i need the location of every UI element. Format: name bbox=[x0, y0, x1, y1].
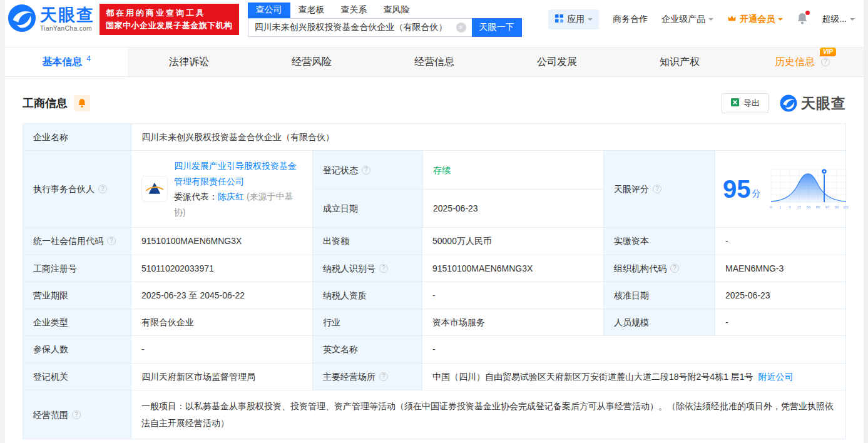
partner-value: 四川发展产业引导股权投资基金管理有限责任公司 委派代表：陈庆红 (来源于中基协) bbox=[131, 151, 312, 227]
table-row: 企业类型 有限合伙企业 行业 资本市场服务 人员规模 - bbox=[23, 308, 845, 335]
address-value: 中国（四川）自由贸易试验区天府新区万安街道麓山大道二段18号附2号4栋1 层1号… bbox=[422, 364, 845, 390]
help-icon[interactable] bbox=[379, 372, 388, 381]
chevron-down-icon bbox=[850, 18, 855, 23]
table-row: 营业期限 2025-06-23 至 2045-06-22 纳税人资质 - 核准日… bbox=[23, 282, 845, 308]
establish-date-label: 成立日期 bbox=[313, 190, 422, 227]
reg-status-value: 存续 bbox=[422, 151, 603, 189]
tab-basic-info[interactable]: 基本信息 4 bbox=[5, 48, 128, 76]
industry-label: 行业 bbox=[312, 309, 422, 335]
table-row: 统一社会信用代码 91510100MAEN6MNG3X 出资额 50000万人民… bbox=[23, 227, 845, 254]
table-row: 经营范围 一般项目：以私募基金从事股权投资、投资管理、资产管理等活动（须在中国证… bbox=[23, 390, 845, 439]
search-button[interactable]: 天眼一下 bbox=[472, 18, 522, 37]
svg-text:3: 3 bbox=[789, 205, 791, 209]
tab-basic-label: 基本信息 bbox=[42, 56, 82, 69]
company-name-value: 四川未来创兴股权投资基金合伙企业（有限合伙） bbox=[131, 124, 845, 150]
staff-size-value: - bbox=[715, 309, 845, 335]
reg-status-label: 登记状态 bbox=[313, 151, 422, 189]
clear-search-icon[interactable] bbox=[456, 23, 466, 33]
help-icon[interactable] bbox=[379, 264, 388, 273]
score-number: 95 bbox=[723, 176, 751, 201]
staff-size-label: 人员规模 bbox=[603, 309, 715, 335]
tab-operating-info[interactable]: 经营信息 bbox=[373, 48, 496, 76]
company-type-value: 有限合伙企业 bbox=[131, 309, 312, 335]
insured-count-label: 参保人数 bbox=[23, 336, 131, 362]
approval-date-value: 2025-06-23 bbox=[715, 282, 845, 308]
business-scope-value: 一般项目：以私募基金从事股权投资、投资管理、资产管理等活动（须在中国证券投资基金… bbox=[131, 390, 845, 439]
svg-text:100: 100 bbox=[842, 205, 848, 209]
help-icon[interactable] bbox=[821, 58, 830, 66]
score-unit: 分 bbox=[752, 188, 761, 200]
nav-super-vip[interactable]: 超级... bbox=[822, 14, 855, 25]
logo-domain: TianYanCha.com bbox=[40, 26, 94, 32]
search-tab-company[interactable]: 查公司 bbox=[248, 3, 290, 18]
nav-enterprise-products[interactable]: 企业级产品 bbox=[661, 14, 713, 25]
svg-text:50: 50 bbox=[806, 205, 810, 209]
nav-cooperation[interactable]: 商务合作 bbox=[613, 14, 648, 25]
svg-text:99: 99 bbox=[834, 205, 839, 209]
score-label: 天眼评分 bbox=[603, 151, 715, 227]
svg-text:85: 85 bbox=[815, 205, 820, 209]
table-row: 企业名称 四川未来创兴股权投资基金合伙企业（有限合伙） bbox=[23, 124, 845, 150]
help-icon[interactable] bbox=[72, 410, 81, 419]
promo-banner-line2: 国家中小企业发展子基金旗下机构 bbox=[106, 19, 233, 32]
nav-enterprise-label: 企业级产品 bbox=[661, 14, 705, 25]
status-date-block: 登记状态 存续 成立日期 2025-06-23 bbox=[312, 151, 603, 227]
subscribe-bell-button[interactable] bbox=[74, 95, 90, 111]
tab-intellectual-property[interactable]: 知识产权 bbox=[618, 48, 741, 76]
score-value: 95 分 bbox=[715, 151, 856, 227]
top-header: 天眼查 TianYanCha.com 都在用的商业查询工具 国家中小企业发展子基… bbox=[5, 0, 864, 39]
chevron-down-icon bbox=[778, 18, 783, 23]
tab-risk-label: 经营风险 bbox=[292, 56, 332, 69]
english-name-value: - bbox=[422, 336, 845, 362]
tab-legal[interactable]: 法律诉讼 bbox=[128, 48, 250, 76]
promo-banner: 都在用的商业查询工具 国家中小企业发展子基金旗下机构 bbox=[100, 4, 239, 35]
tab-legal-label: 法律诉讼 bbox=[169, 56, 209, 69]
tab-history-info[interactable]: 历史信息 VIP bbox=[741, 48, 864, 76]
search-tab-risk[interactable]: 查风险 bbox=[375, 3, 418, 18]
address-label: 主要经营场所 bbox=[312, 364, 422, 390]
help-icon[interactable] bbox=[362, 166, 370, 175]
paid-capital-label: 实缴资本 bbox=[603, 228, 715, 254]
credit-code-label: 统一社会信用代码 bbox=[23, 228, 131, 254]
deputy-name-link[interactable]: 陈庆红 bbox=[218, 191, 244, 201]
nav-vip-label: 开通会员 bbox=[740, 14, 775, 25]
excel-icon bbox=[730, 98, 740, 109]
nav-open-vip[interactable]: 开通会员 bbox=[727, 14, 783, 25]
tab-company-development[interactable]: 公司发展 bbox=[496, 48, 618, 76]
search-tab-relation[interactable]: 查关系 bbox=[333, 3, 375, 18]
tab-operating-risk[interactable]: 经营风险 bbox=[250, 48, 373, 76]
tab-operation-label: 经营信息 bbox=[414, 56, 454, 69]
taxpayer-id-label: 纳税人识别号 bbox=[312, 255, 422, 282]
business-term-value: 2025-06-23 至 2045-06-22 bbox=[131, 282, 312, 308]
search-tab-boss[interactable]: 查老板 bbox=[290, 3, 333, 18]
header-nav: 应用 商务合作 企业级产品 开通会员 bbox=[548, 9, 855, 29]
tab-history-label: 历史信息 bbox=[775, 56, 815, 69]
export-button[interactable]: 导出 bbox=[722, 93, 768, 113]
help-icon[interactable] bbox=[670, 264, 679, 273]
svg-text:97: 97 bbox=[825, 205, 829, 209]
nearby-companies-link[interactable]: 附近公司 bbox=[758, 372, 793, 382]
credit-code-value: 91510100MAEN6MNG3X bbox=[131, 228, 312, 254]
scrollbar[interactable] bbox=[864, 0, 868, 443]
score-distribution-chart: 0 1 3 15 50 85 97 99 100 bbox=[768, 167, 849, 211]
paid-capital-value: - bbox=[715, 228, 845, 254]
partner-company-link[interactable]: 四川发展产业引导股权投资基金管理有限责任公司 bbox=[174, 161, 297, 186]
chevron-down-icon bbox=[588, 18, 593, 23]
reg-authority-label: 登记机关 bbox=[23, 364, 131, 390]
notification-bell[interactable] bbox=[797, 13, 808, 27]
brand-watermark-text: 天眼查 bbox=[801, 94, 846, 113]
nav-apps[interactable]: 应用 bbox=[548, 9, 599, 29]
industry-value: 资本市场服务 bbox=[422, 309, 603, 335]
tianyancha-logo-icon bbox=[8, 4, 36, 35]
help-icon[interactable] bbox=[98, 185, 107, 193]
page: 天眼查 TianYanCha.com 都在用的商业查询工具 国家中小企业发展子基… bbox=[5, 0, 864, 443]
help-icon[interactable] bbox=[653, 185, 661, 193]
reg-number-label: 工商注册号 bbox=[23, 255, 131, 282]
search-input[interactable] bbox=[248, 18, 472, 37]
approval-date-label: 核准日期 bbox=[603, 282, 715, 308]
help-icon[interactable] bbox=[107, 237, 116, 245]
search-tabs: 查公司 查老板 查关系 查风险 bbox=[248, 3, 522, 18]
tianyancha-logo[interactable]: 天眼查 TianYanCha.com bbox=[8, 4, 94, 35]
nav-apps-label: 应用 bbox=[567, 14, 585, 25]
company-name-label: 企业名称 bbox=[23, 124, 131, 150]
